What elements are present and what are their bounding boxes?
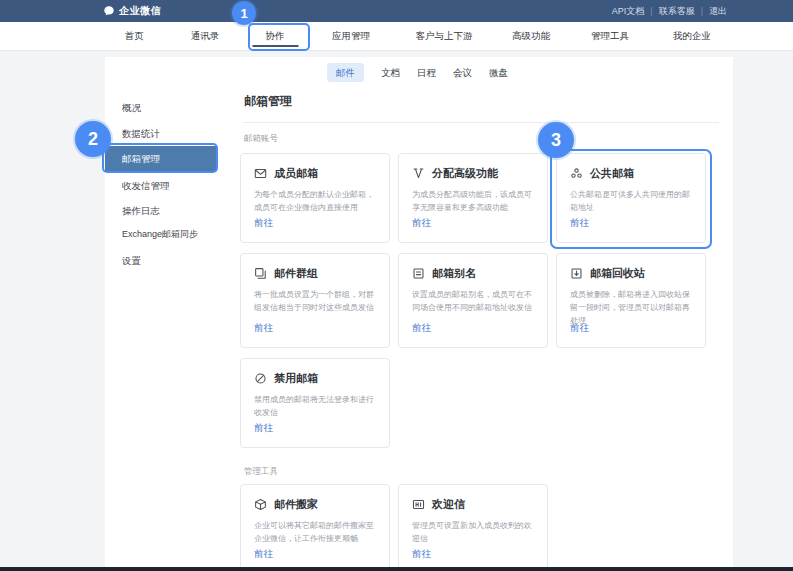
card-description: 公共邮箱是可供多人共同使用的邮箱地址 [570, 188, 696, 214]
card-mailbox-recycle-bin[interactable]: 邮箱回收站 成员被删除，邮箱将进入回收站保留一段时间，管理员可以对邮箱再处理 前… [556, 253, 706, 348]
divider: | [650, 6, 652, 16]
welcome-letter-icon [412, 498, 425, 511]
card-title: 成员邮箱 [274, 166, 318, 181]
topbar-links: API文档 | 联系客服 | 退出 [612, 0, 727, 22]
mailbox-alias-icon [412, 267, 425, 280]
go-link[interactable]: 前往 [254, 548, 273, 561]
mailbox-recycle-icon [570, 267, 583, 280]
card-mailbox-alias[interactable]: 邮箱别名 设置成员的邮箱别名，成员可在不同场合使用不同的邮箱地址收发信 前往 [398, 253, 548, 348]
nav-item-customers[interactable]: 客户与上下游 [416, 22, 473, 50]
go-link[interactable]: 前往 [254, 322, 273, 335]
card-title: 邮箱回收站 [590, 266, 645, 281]
card-title: 邮箱别名 [432, 266, 476, 281]
sidebar-item-overview[interactable]: 概况 [105, 95, 234, 120]
v-premium-icon [412, 167, 425, 180]
card-description: 为成员分配高级功能后，该成员可享无限容量和更多高级功能 [412, 188, 538, 214]
go-link[interactable]: 前往 [570, 322, 589, 335]
tab-calendar[interactable]: 日程 [417, 63, 436, 82]
card-title: 禁用邮箱 [274, 371, 318, 386]
go-link[interactable]: 前往 [570, 217, 589, 230]
sidebar-item-send-receive[interactable]: 收发信管理 [105, 173, 234, 198]
tab-mail[interactable]: 邮件 [327, 63, 364, 82]
mail-group-icon [254, 267, 267, 280]
sidebar-item-operation-log[interactable]: 操作日志 [105, 198, 234, 223]
card-title: 公共邮箱 [590, 166, 634, 181]
tab-meeting[interactable]: 会议 [453, 63, 472, 82]
section-label-admin-tools: 管理工具 [244, 466, 278, 478]
sidebar-item-exchange-sync[interactable]: Exchange邮箱同步 [105, 222, 234, 247]
window-bottom-edge [0, 567, 793, 571]
nav-item-apps[interactable]: 应用管理 [332, 22, 370, 50]
card-description: 为每个成员分配的默认企业邮箱，成员可在企业微信内直接使用 [254, 188, 380, 214]
divider [243, 122, 719, 123]
card-title: 邮件群组 [274, 266, 318, 281]
page-title: 邮箱管理 [244, 93, 292, 110]
go-link[interactable]: 前往 [254, 422, 273, 435]
card-member-mailbox[interactable]: 成员邮箱 为每个成员分配的默认企业邮箱，成员可在企业微信内直接使用 前往 [240, 153, 390, 243]
step-number: 2 [88, 129, 98, 150]
tab-docs[interactable]: 文档 [381, 63, 400, 82]
nav-item-collaboration[interactable]: 协作 [266, 22, 285, 50]
card-title: 欢迎信 [432, 497, 465, 512]
card-title: 邮件搬家 [274, 497, 318, 512]
section-label-mail-accounts: 邮箱账号 [244, 133, 278, 145]
topbar: 企业微信 API文档 | 联系客服 | 退出 [0, 0, 793, 22]
card-description: 设置成员的邮箱别名，成员可在不同场合使用不同的邮箱地址收发信 [412, 288, 538, 314]
card-description: 管理员可设置新加入成员收到的欢迎信 [412, 519, 538, 545]
disabled-mailbox-icon [254, 372, 267, 385]
sidebar-item-settings[interactable]: 设置 [105, 248, 234, 273]
card-welcome-letter[interactable]: 欢迎信 管理员可设置新加入成员收到的欢迎信 前往 [398, 484, 548, 571]
go-link[interactable]: 前往 [412, 322, 431, 335]
go-link[interactable]: 前往 [412, 217, 431, 230]
chat-bubble-icon [103, 5, 115, 17]
package-icon [254, 498, 267, 511]
public-mailbox-icon [570, 167, 583, 180]
card-disabled-mailbox[interactable]: 禁用邮箱 禁用成员的邮箱将无法登录和进行收发信 前往 [240, 358, 390, 448]
envelope-icon [254, 167, 267, 180]
nav-item-home[interactable]: 首页 [125, 22, 144, 50]
app-window: 企业微信 API文档 | 联系客服 | 退出 首页 通讯录 协作 应用管理 客户… [0, 0, 793, 571]
nav-item-contacts[interactable]: 通讯录 [191, 22, 220, 50]
card-assign-premium[interactable]: 分配高级功能 为成员分配高级功能后，该成员可享无限容量和更多高级功能 前往 [398, 153, 548, 243]
logo-text: 企业微信 [119, 4, 161, 18]
sidebar-item-statistics[interactable]: 数据统计 [105, 121, 234, 146]
card-description: 企业可以将其它邮箱的邮件搬家至企业微信，让工作衔接更顺畅 [254, 519, 380, 545]
logout-link[interactable]: 退出 [709, 5, 727, 18]
card-title: 分配高级功能 [432, 166, 498, 181]
go-link[interactable]: 前往 [254, 217, 273, 230]
divider: | [701, 6, 703, 16]
api-docs-link[interactable]: API文档 [612, 5, 645, 18]
card-description: 禁用成员的邮箱将无法登录和进行收发信 [254, 393, 380, 419]
card-mail-group[interactable]: 邮件群组 将一批成员设置为一个群组，对群组发信相当于同时对这些成员发信 前往 [240, 253, 390, 348]
go-link[interactable]: 前往 [412, 548, 431, 561]
tab-drive[interactable]: 微盘 [489, 63, 508, 82]
nav-item-advanced[interactable]: 高级功能 [512, 22, 550, 50]
card-description: 将一批成员设置为一个群组，对群组发信相当于同时对这些成员发信 [254, 288, 380, 314]
card-mail-migration[interactable]: 邮件搬家 企业可以将其它邮箱的邮件搬家至企业微信，让工作衔接更顺畅 前往 [240, 484, 390, 571]
nav-item-admin-tools[interactable]: 管理工具 [591, 22, 629, 50]
wecom-logo: 企业微信 [103, 4, 161, 18]
sub-tabs: 邮件 文档 日程 会议 微盘 [327, 62, 508, 82]
main-nav: 首页 通讯录 协作 应用管理 客户与上下游 高级功能 管理工具 我的企业 [0, 22, 793, 51]
card-public-mailbox[interactable]: 公共邮箱 公共邮箱是可供多人共同使用的邮箱地址 前往 [556, 153, 706, 243]
sidebar-item-mailbox-management[interactable]: 邮箱管理 [105, 146, 217, 171]
nav-item-my-company[interactable]: 我的企业 [673, 22, 711, 50]
contact-support-link[interactable]: 联系客服 [659, 5, 695, 18]
